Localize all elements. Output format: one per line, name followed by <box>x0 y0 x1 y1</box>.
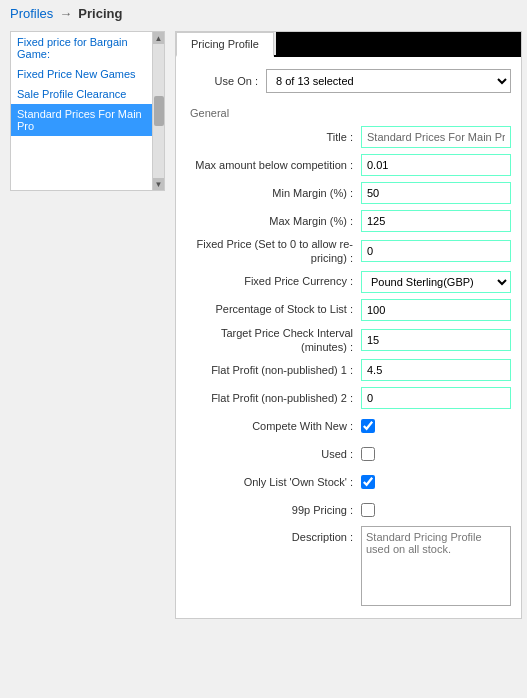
description-row: Description : <box>186 526 511 606</box>
scrollbar-thumb[interactable] <box>154 96 164 126</box>
use-on-label: Use On : <box>186 75 266 87</box>
description-textarea[interactable] <box>362 527 510 605</box>
min-margin-row: Min Margin (%) : <box>186 181 511 205</box>
max-margin-row: Max Margin (%) : <box>186 209 511 233</box>
use-on-select[interactable]: 8 of 13 selected <box>266 69 511 93</box>
fixed-price-label: Fixed Price (Set to 0 to allow re-pricin… <box>186 237 361 266</box>
99p-pricing-row: 99p Pricing : <box>186 498 511 522</box>
sidebar-item-new[interactable]: Fixed Price New Games <box>11 64 164 84</box>
general-section-header: General <box>186 107 511 119</box>
title-input[interactable] <box>361 126 511 148</box>
sidebar-item-standard[interactable]: Standard Prices For Main Pro <box>11 104 164 136</box>
compete-with-new-checkbox[interactable] <box>361 419 375 433</box>
fixed-price-currency-label: Fixed Price Currency : <box>186 274 361 288</box>
max-margin-input[interactable] <box>361 210 511 232</box>
flat-profit-2-row: Flat Profit (non-published) 2 : <box>186 386 511 410</box>
description-label: Description : <box>186 526 361 544</box>
flat-profit-1-input[interactable] <box>361 359 511 381</box>
breadcrumb: Profiles → Pricing <box>0 0 527 27</box>
flat-profit-2-input[interactable] <box>361 387 511 409</box>
tab-spacer <box>276 32 521 55</box>
99p-pricing-checkbox[interactable] <box>361 503 375 517</box>
min-margin-input[interactable] <box>361 182 511 204</box>
max-amount-row: Max amount below competition : <box>186 153 511 177</box>
tab-bar: Pricing Profile <box>176 32 521 57</box>
sidebar-item-bargain[interactable]: Fixed price for Bargain Game: <box>11 32 164 64</box>
compete-with-new-label: Compete With New : <box>186 419 361 433</box>
fixed-price-input[interactable] <box>361 240 511 262</box>
sidebar-item-clearance[interactable]: Sale Profile Clearance <box>11 84 164 104</box>
max-amount-label: Max amount below competition : <box>186 158 361 172</box>
only-list-checkbox[interactable] <box>361 475 375 489</box>
flat-profit-1-label: Flat Profit (non-published) 1 : <box>186 363 361 377</box>
fixed-price-row: Fixed Price (Set to 0 to allow re-pricin… <box>186 237 511 266</box>
description-textarea-wrapper <box>361 526 511 606</box>
compete-with-new-row: Compete With New : <box>186 414 511 438</box>
only-list-row: Only List 'Own Stock' : <box>186 470 511 494</box>
sidebar-scrollbar: ▲ ▼ <box>152 32 164 190</box>
target-price-input[interactable] <box>361 329 511 351</box>
main-layout: Fixed price for Bargain Game: Fixed Pric… <box>0 27 527 623</box>
form-content: Use On : 8 of 13 selected General Title … <box>176 57 521 618</box>
used-row: Used : <box>186 442 511 466</box>
percentage-stock-label: Percentage of Stock to List : <box>186 302 361 316</box>
target-price-row: Target Price Check Interval (minutes) : <box>186 326 511 355</box>
percentage-stock-input[interactable] <box>361 299 511 321</box>
min-margin-label: Min Margin (%) : <box>186 186 361 200</box>
flat-profit-1-row: Flat Profit (non-published) 1 : <box>186 358 511 382</box>
used-label: Used : <box>186 447 361 461</box>
use-on-row: Use On : 8 of 13 selected <box>186 65 511 97</box>
scrollbar-up-arrow[interactable]: ▲ <box>153 32 165 44</box>
target-price-label: Target Price Check Interval (minutes) : <box>186 326 361 355</box>
percentage-stock-row: Percentage of Stock to List : <box>186 298 511 322</box>
used-checkbox[interactable] <box>361 447 375 461</box>
only-list-label: Only List 'Own Stock' : <box>186 475 361 489</box>
sidebar: Fixed price for Bargain Game: Fixed Pric… <box>10 31 165 191</box>
fixed-price-currency-row: Fixed Price Currency : Pound Sterling(GB… <box>186 270 511 294</box>
breadcrumb-profiles-link[interactable]: Profiles <box>10 6 53 21</box>
title-row: Title : <box>186 125 511 149</box>
flat-profit-2-label: Flat Profit (non-published) 2 : <box>186 391 361 405</box>
breadcrumb-current: Pricing <box>78 6 122 21</box>
breadcrumb-arrow: → <box>59 6 72 21</box>
fixed-price-currency-select[interactable]: Pound Sterling(GBP) US Dollar(USD) Euro(… <box>361 271 511 293</box>
tab-pricing-profile[interactable]: Pricing Profile <box>176 32 274 57</box>
max-margin-label: Max Margin (%) : <box>186 214 361 228</box>
scrollbar-down-arrow[interactable]: ▼ <box>153 178 165 190</box>
99p-pricing-label: 99p Pricing : <box>186 503 361 517</box>
title-label: Title : <box>186 130 361 144</box>
right-panel: Pricing Profile Use On : 8 of 13 selecte… <box>175 31 522 619</box>
max-amount-input[interactable] <box>361 154 511 176</box>
sidebar-list: Fixed price for Bargain Game: Fixed Pric… <box>11 32 164 136</box>
